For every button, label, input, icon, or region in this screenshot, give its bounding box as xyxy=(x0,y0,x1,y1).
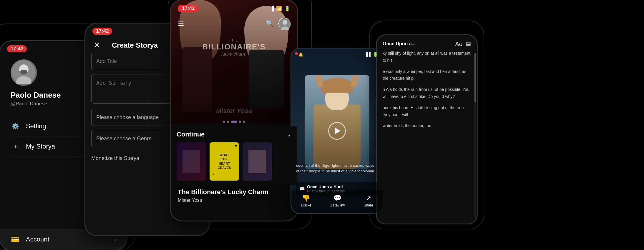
reading-para-3: n Ala holds the rain from us, ot be poss… xyxy=(383,86,471,100)
book-shelf: WHATTHEHEARTCRAVES xyxy=(177,142,291,181)
video-description: oesman of the Niger-Igbo must e sacred w… xyxy=(296,163,378,180)
reading-title: Once Upon a... xyxy=(383,41,416,46)
hero-title-overlay: THE BILLIONAIRE'S lucky charm xyxy=(171,38,297,57)
hamburger-icon[interactable]: ☰ xyxy=(178,19,184,28)
phone-reading: Once Upon a... Aa ▤ ky still shy of ligh… xyxy=(377,35,477,224)
continue-header: Continue ⌄ xyxy=(177,131,291,138)
hero-book-author: Mister Yosa xyxy=(178,198,268,203)
battery-icon: 🔋 xyxy=(284,6,290,11)
profile-time-pill: 17:42 xyxy=(7,45,27,52)
reading-header-right: Aa ▤ xyxy=(455,41,471,47)
create-time-pill: 17:42 xyxy=(92,28,112,35)
user-avatar-home[interactable] xyxy=(278,18,290,29)
dislike-icon: 👎 xyxy=(302,194,310,202)
dislike-action[interactable]: 👎 Dislike xyxy=(301,194,311,207)
reading-para-1: ky still shy of light, any on at all was… xyxy=(383,50,471,64)
phone-video: 🔔 ▐▐ 🔋 oesman of the Niger-Igbo must e s… xyxy=(291,49,383,213)
wifi-icon: 📶 xyxy=(276,6,282,11)
review-label: 1 Review xyxy=(330,203,345,207)
dot-indicators xyxy=(223,121,245,123)
hero-nav-right: 🔍 xyxy=(266,18,290,29)
battery-video-icon: 🔋 xyxy=(373,52,378,57)
home-status-right: ▐ 📶 🔋 xyxy=(270,6,290,11)
book-2-text: WHATTHEHEARTCRAVES xyxy=(218,153,231,170)
play-button[interactable] xyxy=(328,122,346,140)
scrollbar-thumb[interactable] xyxy=(474,53,476,102)
review-action[interactable]: 💬 1 Review xyxy=(330,194,345,207)
dot-3-active xyxy=(231,121,237,123)
hero-status-bar: 17:42 ▐ 📶 🔋 xyxy=(171,0,297,12)
home-time-pill: 17:42 xyxy=(178,5,199,12)
reading-content: ky still shy of light, any on at all was… xyxy=(377,50,477,215)
book-thumbnail-2[interactable]: WHATTHEHEARTCRAVES xyxy=(210,142,239,181)
create-storya-title: Create Storya xyxy=(112,41,158,49)
card-icon: 💳 xyxy=(11,235,20,244)
plus-icon: ＋ xyxy=(11,142,20,151)
signal-icon: ▐ xyxy=(270,6,274,11)
share-action[interactable]: ↗ Share xyxy=(364,194,373,207)
share-label: Share xyxy=(364,203,373,207)
menu-item-left-mystorya: ＋ My Storya xyxy=(11,142,55,151)
dot-4 xyxy=(239,121,241,123)
phone-home: THE BILLIONAIRE'S lucky charm Mister Yos… xyxy=(171,0,297,221)
continue-dropdown-icon[interactable]: ⌄ xyxy=(286,131,291,138)
book-thumbnail-3[interactable] xyxy=(243,142,272,181)
continue-section: Continue ⌄ WHATTHEHEARTCRAVES xyxy=(171,126,297,185)
reading-header: Once Upon a... Aa ▤ xyxy=(377,35,477,50)
hero-text: The Billionare's Lucky Charm Mister Yosa xyxy=(178,188,268,203)
avatar xyxy=(11,59,37,86)
reading-para-4: hook his head. His father ning out of th… xyxy=(383,104,471,119)
svg-point-3 xyxy=(20,70,27,74)
account-label: Account xyxy=(26,236,49,243)
live-indicator xyxy=(295,52,298,55)
chevron-right-icon-account: › xyxy=(114,236,116,243)
dislike-label: Dislike xyxy=(301,203,311,207)
hero-book-title: The Billionare's Lucky Charm xyxy=(178,188,268,196)
menu-reading-icon[interactable]: ▤ xyxy=(466,41,471,47)
book-thumbnail-1[interactable] xyxy=(177,142,206,181)
gear-icon: ⚙️ xyxy=(11,121,20,131)
font-size-icon[interactable]: Aa xyxy=(455,41,462,47)
video-actions: 👎 Dislike 💬 1 Review ↗ Share xyxy=(291,190,383,213)
continue-label: Continue xyxy=(177,131,205,138)
video-book-name: Once Upon a Hunt xyxy=(307,184,345,189)
scrollbar-track xyxy=(474,53,476,218)
svg-point-5 xyxy=(283,20,287,25)
close-button[interactable]: ✕ xyxy=(94,41,100,50)
play-triangle-icon xyxy=(335,127,341,134)
home-inner: THE BILLIONAIRE'S lucky charm Mister Yos… xyxy=(171,0,297,221)
reading-para-2: e was only a whimper, fast and hen a thu… xyxy=(383,68,471,82)
search-icon[interactable]: 🔍 xyxy=(266,20,274,27)
video-inner: 🔔 ▐▐ 🔋 oesman of the Niger-Igbo must e s… xyxy=(291,49,383,213)
setting-label: Setting xyxy=(26,122,46,130)
review-icon: 💬 xyxy=(333,194,341,202)
dot-1 xyxy=(223,121,225,123)
dot-2 xyxy=(227,121,229,123)
mystorya-label: My Storya xyxy=(26,143,55,150)
hero-nav: ☰ 🔍 xyxy=(171,18,297,29)
reading-para-5: water holds the hunter, the xyxy=(383,122,471,129)
menu-item-left-setting: ⚙️ Setting xyxy=(11,121,46,131)
share-icon: ↗ xyxy=(366,194,371,202)
video-status-bar: 🔔 ▐▐ 🔋 xyxy=(291,49,383,57)
dot-5 xyxy=(243,121,245,123)
hero-watermark: Mister Yosa xyxy=(171,107,297,115)
signal-bars-icon: ▐▐ xyxy=(365,52,371,57)
